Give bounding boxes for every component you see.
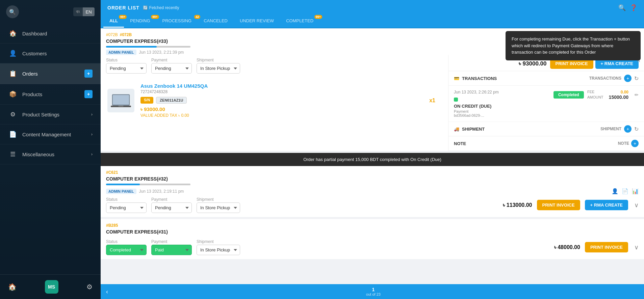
tab-all[interactable]: ALL 99+ <box>103 16 124 28</box>
sidebar-item-miscellaneous[interactable]: ☰ Miscellaneous › <box>0 144 101 164</box>
doc-icon-2[interactable]: 📄 <box>622 188 628 194</box>
txn-status-dot <box>454 98 458 102</box>
sidebar-nav: 🏠 Dashboard 👤 Customers 📋 Orders + 📦 Pro… <box>0 24 101 274</box>
txn-fee-label: FEE <box>587 90 594 94</box>
chart-icon-2[interactable]: 📊 <box>632 188 639 194</box>
order-id-3: #B285 <box>106 223 118 228</box>
shipment-title-text: SHIPMENT <box>462 127 485 132</box>
expand-icon-2[interactable]: ∨ <box>634 201 639 209</box>
transactions-panel-1: 💳 TRANSACTIONS TRANSACTIONS + ↻ J <box>448 71 644 122</box>
shipment-label: SHIPMENT <box>600 127 621 131</box>
sidebar-item-label: Dashboard <box>22 31 47 36</box>
note-label-text: NOTE <box>618 141 629 146</box>
settings-footer-icon[interactable]: ⚙ <box>86 283 93 291</box>
sidebar-item-products[interactable]: 📦 Products + <box>0 84 101 105</box>
order-id-1: #072B <box>106 32 118 37</box>
add-transaction-button[interactable]: + <box>624 75 632 82</box>
txn-label: TRANSACTIONS <box>589 76 621 81</box>
sidebar-search-button[interactable]: 🔍 <box>6 5 19 18</box>
avatar[interactable]: MS <box>45 280 58 294</box>
home-footer-icon[interactable]: 🏠 <box>8 283 17 291</box>
order-amount-1: ৳ 93000.00 <box>519 60 547 67</box>
sidebar-item-label: Customers <box>22 51 47 56</box>
product-name-1: Asus Zenbook 14 UM425QA <box>140 83 417 89</box>
print-invoice-button-2[interactable]: PRINT INVOICE <box>537 200 580 210</box>
tab-under-review[interactable]: UNDER REVIEW <box>234 16 280 28</box>
pagination-prev-button[interactable]: ‹ <box>106 288 108 295</box>
rma-create-button-2[interactable]: + RMA CREATE <box>585 200 628 210</box>
shipment-select-1[interactable]: In Store Pickup <box>197 63 240 74</box>
add-product-button[interactable]: + <box>84 90 93 98</box>
home-icon: 🏠 <box>8 30 18 37</box>
shipment-select-2[interactable]: In Store Pickup <box>197 202 240 213</box>
order-amount-3: ৳ 48000.00 <box>554 244 580 250</box>
chevron-right-icon: › <box>91 152 93 157</box>
print-invoice-button-3[interactable]: PRINT INVOICE <box>585 242 628 252</box>
txn-payment-id: bd3566ad-0629-... <box>454 113 499 117</box>
source-badge-1: ADMIN PANEL <box>106 50 136 55</box>
sidebar-item-content-management[interactable]: 📄 Content Management › <box>0 125 101 144</box>
status-select-1[interactable]: Pending <box>106 63 147 74</box>
main-header: ORDER LIST 🔄 Fetched recently 🔍 ❓ <box>101 0 644 16</box>
tab-processing[interactable]: PROCESSING 42 <box>156 16 198 28</box>
page-number: 1 <box>372 287 375 292</box>
sidebar-item-product-settings[interactable]: ⚙ Product Settings › <box>0 105 101 125</box>
status-row-1: Status Pending Payment Pending <box>101 55 448 77</box>
refresh-transaction-icon[interactable]: ↻ <box>634 75 639 82</box>
sidebar: 🔍 বাং EN 🏠 Dashboard 👤 Customers 📋 Order… <box>0 0 101 299</box>
tab-completed[interactable]: COMPLETED 99+ <box>280 16 319 28</box>
order-date-2: Jun 13 2023, 2:19:11 pm <box>139 189 184 194</box>
sidebar-item-label: Products <box>22 91 42 97</box>
svg-rect-3 <box>119 106 124 106</box>
refresh-icon: 🔄 <box>143 5 148 10</box>
status-select-3[interactable]: Completed <box>106 245 147 255</box>
add-note-button[interactable]: + <box>631 140 639 147</box>
sidebar-item-label: Content Management <box>22 132 71 137</box>
tag-sn-1[interactable]: S/N <box>140 97 153 104</box>
tabs-bar: ALL 99+ PENDING 99+ PROCESSING 42 CANCEL… <box>101 16 644 28</box>
status-select-2[interactable]: Pending <box>106 202 147 213</box>
source-badge-2: ADMIN PANEL <box>106 189 136 194</box>
partial-payment-message: Order has partial payment 15,000 BDT com… <box>101 153 644 166</box>
shipment-select-3[interactable]: In Store Pickup <box>197 245 240 255</box>
chevron-right-icon: › <box>91 132 93 137</box>
header-search-button[interactable]: 🔍 <box>618 4 626 11</box>
status-label-1: Status <box>106 58 147 62</box>
pagination-info: out of 23 <box>366 292 381 296</box>
payment-select-1[interactable]: Pending <box>151 63 192 74</box>
sidebar-item-customers[interactable]: 👤 Customers <box>0 44 101 63</box>
txn-amount-value: 15000.00 <box>609 94 628 100</box>
header-help-button[interactable]: ❓ <box>630 4 637 11</box>
expand-icon-3[interactable]: ∨ <box>634 244 639 251</box>
note-label: NOTE <box>454 141 466 146</box>
orders-icon: 📋 <box>8 70 18 77</box>
tab-canceled[interactable]: CANCELED <box>198 16 234 28</box>
payment-select-3[interactable]: Paid <box>151 245 192 255</box>
add-order-button[interactable]: + <box>84 70 93 78</box>
payment-select-2[interactable]: Pending <box>151 202 192 213</box>
product-image-1 <box>107 89 134 112</box>
shipment-label-1: Shipment <box>197 58 240 62</box>
search-icon: 🔍 <box>9 9 16 15</box>
sidebar-item-dashboard[interactable]: 🏠 Dashboard <box>0 24 101 44</box>
tab-pending[interactable]: PENDING 99+ <box>124 16 156 28</box>
lang-bn-button[interactable]: বাং <box>73 7 83 16</box>
order-name-3: COMPUTER EXPRESS(#31) <box>106 229 639 235</box>
pagination-bar: ‹ 1 out of 23 <box>101 284 644 299</box>
product-settings-icon: ⚙ <box>8 111 18 118</box>
product-price-1: ৳ 93000.00 <box>140 106 417 112</box>
sidebar-item-orders[interactable]: 📋 Orders + <box>0 63 101 84</box>
order-id-2: #C621 <box>106 170 118 175</box>
order-amount-2: ৳ 113000.00 <box>503 202 532 208</box>
customer-icon-2[interactable]: 👤 <box>612 188 618 194</box>
sidebar-footer: 🏠 MS ⚙ <box>0 274 101 299</box>
refresh-shipment-icon[interactable]: ↻ <box>634 126 639 132</box>
page-title: ORDER LIST <box>107 5 139 10</box>
lang-en-button[interactable]: EN <box>83 7 95 16</box>
note-section-1: NOTE NOTE + <box>448 136 644 151</box>
add-shipment-button[interactable]: + <box>624 125 632 133</box>
edit-transaction-button[interactable]: ✏ <box>635 92 639 98</box>
payment-label-1: Payment <box>151 58 192 62</box>
order-date-1: Jun 13 2023, 2:21:39 pm <box>139 50 184 55</box>
product-row-1: Asus Zenbook 14 UM425QA 727247248328 S/N… <box>101 77 448 124</box>
